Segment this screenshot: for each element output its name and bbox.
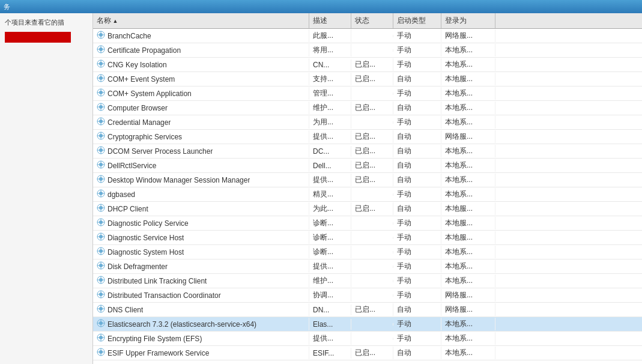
service-loginas: 网络服... <box>441 130 495 143</box>
svg-point-7 <box>99 47 103 51</box>
service-loginas: 本地系... <box>441 159 495 172</box>
service-desc: Dell... <box>309 160 351 171</box>
table-row[interactable]: BranchCache此服...手动网络服... <box>93 29 642 43</box>
service-status <box>351 251 393 253</box>
table-header: 名称 描述 状态 启动类型 登录为 <box>93 13 642 29</box>
table-row[interactable]: Distributed Transaction Coordinator协调...… <box>93 288 642 303</box>
service-name: Diagnostic Service Host <box>108 234 184 242</box>
col-header-name[interactable]: 名称 <box>93 13 309 28</box>
svg-point-115 <box>99 307 103 311</box>
service-status: 已启... <box>351 303 393 316</box>
left-panel: 个项目来查看它的描 <box>0 13 93 364</box>
service-icon <box>97 247 105 257</box>
service-name: COM+ Event System <box>108 75 175 83</box>
service-starttype: 自动 <box>393 202 441 215</box>
col-header-desc[interactable]: 描述 <box>309 13 351 28</box>
service-name: DellRctlService <box>108 162 156 170</box>
service-status <box>351 280 393 282</box>
service-starttype: 自动 <box>393 73 441 85</box>
service-name-cell: DellRctlService <box>93 159 309 172</box>
service-name-cell: CNG Key Isolation <box>93 58 309 71</box>
service-name: Certificate Propagation <box>108 46 181 55</box>
table-row[interactable]: Computer Browser维护...已启...自动本地系... <box>93 101 642 115</box>
service-loginas: 网络服... <box>441 289 495 302</box>
service-icon <box>97 59 105 70</box>
service-status <box>351 237 393 239</box>
service-name: Credential Manager <box>108 118 171 127</box>
service-status <box>351 35 393 37</box>
table-row[interactable]: DNS ClientDN...已启...自动网络服... <box>93 303 642 317</box>
service-name-cell: Certificate Propagation <box>93 44 309 56</box>
table-row[interactable]: Diagnostic System Host诊断...手动本地系... <box>93 245 642 259</box>
service-loginas: 本地系... <box>441 347 495 359</box>
service-name: Computer Browser <box>108 104 168 112</box>
service-loginas: 本地服... <box>441 73 495 85</box>
table-row[interactable]: Diagnostic Service Host诊断...手动本地服... <box>93 231 642 245</box>
service-starttype: 手动 <box>393 231 441 244</box>
service-loginas: 本地系... <box>441 44 495 56</box>
col-header-loginas[interactable]: 登录为 <box>441 13 495 28</box>
service-name: COM+ System Application <box>108 89 192 98</box>
table-row[interactable]: Certificate Propagation将用...手动本地系... <box>93 43 642 58</box>
table-row[interactable]: Diagnostic Policy Service诊断...手动本地服... <box>93 216 642 231</box>
service-icon <box>97 88 105 99</box>
service-name-cell: Diagnostic System Host <box>93 246 309 258</box>
service-starttype: 手动 <box>393 332 441 345</box>
table-row[interactable]: Desktop Window Manager Session Manager提供… <box>93 173 642 187</box>
service-name: Encrypting File System (EFS) <box>108 335 202 343</box>
svg-point-121 <box>99 321 103 325</box>
table-row[interactable]: DCOM Server Process LauncherDC...已启...自动… <box>93 144 642 159</box>
col-header-status[interactable]: 状态 <box>351 13 393 28</box>
service-icon <box>97 204 105 214</box>
service-desc: 为此... <box>309 202 351 215</box>
service-status <box>351 265 393 268</box>
service-icon <box>97 218 105 228</box>
col-header-starttype[interactable]: 启动类型 <box>393 13 441 28</box>
service-status <box>351 222 393 225</box>
service-name-cell: Distributed Transaction Coordinator <box>93 289 309 302</box>
table-row[interactable]: DellRctlServiceDell...已启...自动本地系... <box>93 159 642 173</box>
svg-point-91 <box>99 249 103 253</box>
service-starttype: 自动 <box>393 303 441 316</box>
service-desc: 提供... <box>309 174 351 186</box>
table-row[interactable]: Elasticsearch 7.3.2 (elasticsearch-servi… <box>93 317 642 332</box>
svg-point-1 <box>99 33 103 37</box>
service-loginas: 本地服... <box>441 202 495 215</box>
svg-point-127 <box>99 336 103 339</box>
table-row[interactable]: DHCP Client为此...已启...自动本地服... <box>93 202 642 216</box>
service-starttype: 手动 <box>393 58 441 71</box>
table-row[interactable]: Credential Manager为用...手动本地系... <box>93 115 642 130</box>
service-name-cell: Cryptographic Services <box>93 130 309 143</box>
svg-point-79 <box>99 220 103 224</box>
service-name-cell: Elasticsearch 7.3.2 (elasticsearch-servi… <box>93 318 309 330</box>
table-row[interactable]: Encrypting File System (EFS)提供...手动本地系..… <box>93 332 642 346</box>
service-status: 已启... <box>351 347 393 359</box>
service-name-cell: Disk Defragmenter <box>93 260 309 273</box>
service-loginas: 本地系... <box>441 116 495 129</box>
service-icon <box>97 160 105 171</box>
table-row[interactable]: CNG Key IsolationCN...已启...手动本地系... <box>93 58 642 72</box>
service-name-cell: Computer Browser <box>93 102 309 114</box>
service-status <box>351 121 393 124</box>
service-starttype: 手动 <box>393 260 441 273</box>
table-row[interactable]: dgbased精灵...手动本地系... <box>93 187 642 202</box>
table-row[interactable]: Distributed Link Tracking Client维护...手动本… <box>93 274 642 288</box>
service-starttype: 自动 <box>393 159 441 172</box>
service-starttype: 手动 <box>393 289 441 302</box>
service-desc: 提供... <box>309 260 351 273</box>
right-panel[interactable]: 名称 描述 状态 启动类型 登录为 BranchCache此服...手动网络服.… <box>93 13 642 364</box>
service-loginas: 本地系... <box>441 58 495 71</box>
table-row[interactable]: Disk Defragmenter提供...手动本地系... <box>93 259 642 274</box>
service-starttype: 自动 <box>393 174 441 186</box>
svg-point-19 <box>99 76 103 80</box>
table-row[interactable]: ESIF Upper Framework ServiceESIF...已启...… <box>93 346 642 360</box>
svg-point-49 <box>99 148 103 152</box>
service-desc: 精灵... <box>309 188 351 201</box>
table-row[interactable]: Cryptographic Services提供...已启...自动网络服... <box>93 130 642 144</box>
table-row[interactable]: COM+ Event System支持...已启...自动本地服... <box>93 72 642 86</box>
service-name-cell: DNS Client <box>93 303 309 316</box>
service-name: Elasticsearch 7.3.2 (elasticsearch-servi… <box>108 320 256 329</box>
service-desc: 管理... <box>309 87 351 100</box>
service-name-cell: Encrypting File System (EFS) <box>93 332 309 345</box>
table-row[interactable]: COM+ System Application管理...手动本地系... <box>93 86 642 101</box>
